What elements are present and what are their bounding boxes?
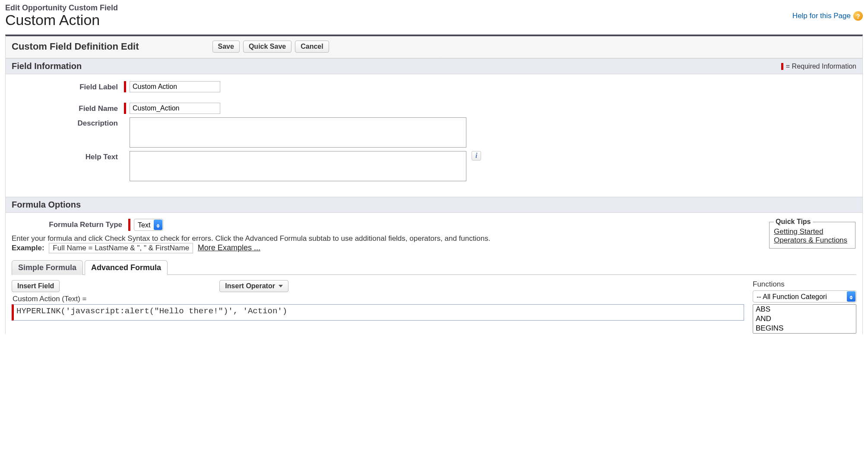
custom-field-panel: Custom Field Definition Edit Save Quick …	[5, 35, 863, 334]
example-label: Example:	[12, 244, 44, 252]
field-name-label: Field Name	[12, 103, 124, 113]
insert-operator-label: Insert Operator	[225, 282, 275, 290]
section-formula-title: Formula Options	[12, 200, 81, 210]
save-button[interactable]: Save	[212, 41, 240, 53]
return-type-select[interactable]: Text	[134, 219, 163, 231]
quick-tip-getting-started-link[interactable]: Getting Started	[774, 227, 851, 236]
required-bar-icon	[124, 81, 126, 92]
help-for-page-link[interactable]: Help for this Page ?	[792, 11, 863, 21]
function-option[interactable]: ABS	[753, 305, 856, 314]
field-label-input[interactable]	[130, 81, 220, 92]
help-icon: ?	[853, 11, 863, 21]
required-bar-icon	[128, 219, 130, 231]
quick-save-button[interactable]: Quick Save	[243, 41, 291, 53]
required-bar-icon	[124, 103, 126, 114]
function-category-select[interactable]: -- All Function Categori	[753, 290, 856, 302]
field-name-input[interactable]	[130, 103, 220, 114]
panel-title: Custom Field Definition Edit	[12, 41, 139, 52]
field-label-label: Field Label	[12, 81, 124, 91]
chevron-down-icon	[279, 285, 283, 287]
required-info-note: = Required Information	[781, 63, 856, 70]
description-label: Description	[12, 117, 124, 128]
required-bar-icon	[781, 63, 783, 70]
formula-editor-label: Custom Action (Text) =	[13, 295, 744, 303]
formula-editor[interactable]: HYPERLINK('javascript:alert("Hello there…	[12, 304, 744, 321]
formula-intro-text: Enter your formula and click Check Synta…	[12, 234, 490, 243]
info-icon[interactable]: i	[472, 151, 481, 161]
cancel-button[interactable]: Cancel	[295, 41, 329, 53]
quick-tips-legend: Quick Tips	[774, 218, 813, 226]
required-info-text: = Required Information	[786, 63, 856, 70]
return-type-label: Formula Return Type	[12, 219, 128, 229]
functions-label: Functions	[753, 280, 856, 289]
tab-advanced-formula[interactable]: Advanced Formula	[85, 260, 168, 275]
function-option[interactable]: AND	[753, 314, 856, 324]
description-input[interactable]	[130, 117, 466, 148]
function-option[interactable]: BEGINS	[753, 324, 856, 333]
example-value: Full Name = LastName & ", " & FirstName	[49, 243, 193, 253]
page-supertitle: Edit Opportunity Custom Field	[5, 3, 118, 13]
help-link-label: Help for this Page	[792, 12, 851, 20]
help-text-input[interactable]	[130, 151, 466, 181]
page-title: Custom Action	[5, 12, 118, 28]
tab-simple-formula[interactable]: Simple Formula	[12, 260, 83, 275]
function-list[interactable]: ABS AND BEGINS	[753, 304, 856, 334]
insert-field-button[interactable]: Insert Field	[12, 280, 60, 292]
quick-tips-box: Quick Tips Getting Started Operators & F…	[769, 218, 855, 249]
insert-operator-button[interactable]: Insert Operator	[219, 280, 288, 292]
quick-tip-operators-link[interactable]: Operators & Functions	[774, 236, 851, 245]
more-examples-link[interactable]: More Examples ...	[198, 243, 260, 252]
section-field-info-title: Field Information	[12, 61, 82, 71]
help-text-label: Help Text	[12, 151, 124, 161]
